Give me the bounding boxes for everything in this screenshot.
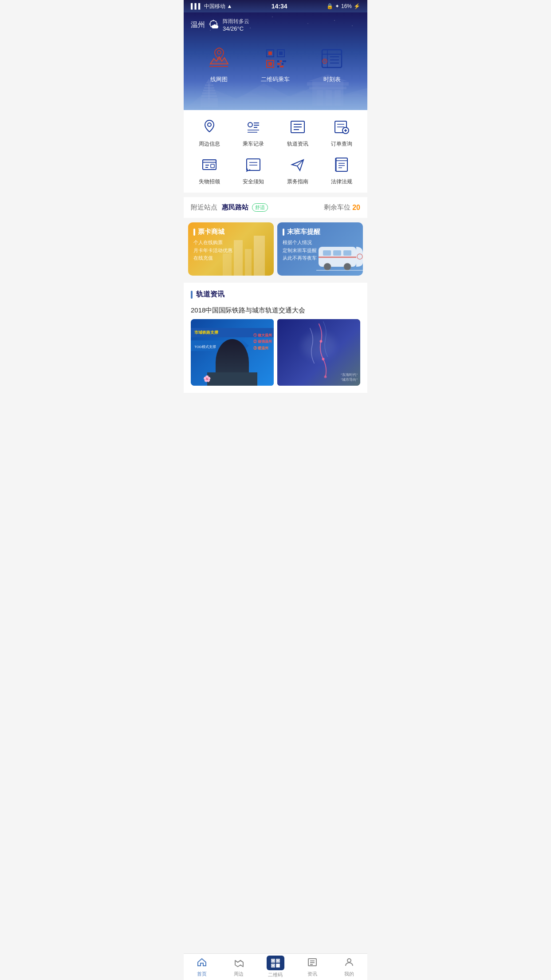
svg-rect-75 [323, 250, 331, 256]
nearby-prefix: 附近站点 [191, 203, 217, 212]
news-headline: 2018中国国际铁路与城市轨道交通大会 [191, 305, 360, 315]
svg-rect-22 [277, 60, 279, 62]
timetable-icon [316, 45, 347, 72]
svg-rect-25 [277, 63, 281, 65]
svg-point-39 [248, 122, 252, 127]
svg-rect-64 [336, 158, 347, 171]
grid-item-lost-found[interactable]: 失物招领 [187, 155, 232, 186]
status-left: ▌▌▌ 中国移动 ▲ [191, 3, 232, 10]
svg-rect-59 [211, 164, 214, 168]
nav-label-timetable: 时刻表 [323, 75, 341, 83]
news-icon [288, 117, 307, 137]
nav-label-qr-ride: 二维码乘车 [261, 75, 290, 83]
comfort-badge: 舒适 [252, 203, 268, 212]
news-image-right[interactable]: "东海时代" "城市导向" [277, 319, 360, 386]
carrier-name: 中国移动 [204, 3, 225, 10]
status-right: 🔒 ✦ 16% ⚡ [327, 3, 360, 9]
promo-content-train: 末班车提醒 根据个人情况 定制末班车提醒 从此不再等夜车 [283, 228, 320, 262]
svg-rect-71 [245, 249, 252, 276]
law-icon [332, 155, 351, 174]
section-title: 轨道资讯 [196, 290, 224, 299]
svg-rect-26 [282, 63, 283, 65]
svg-rect-23 [280, 60, 282, 62]
grid-item-track-news[interactable]: 轨道资讯 [276, 117, 320, 148]
map-icon [204, 45, 235, 72]
svg-rect-24 [283, 60, 286, 62]
grid-label-lost-found: 失物招领 [199, 178, 220, 186]
remaining-count: 20 [352, 204, 360, 212]
svg-rect-17 [268, 51, 272, 55]
status-bar: ▌▌▌ 中国移动 ▲ 14:34 🔒 ✦ 16% ⚡ [184, 0, 367, 12]
record-icon [244, 117, 263, 137]
svg-point-15 [217, 51, 221, 54]
ticket-icon [288, 155, 307, 174]
svg-rect-56 [203, 160, 216, 162]
grid-item-law-regulation[interactable]: 法律法规 [320, 155, 364, 186]
qr-ride-icon [260, 45, 291, 72]
signal-icon: ▌▌▌ [191, 3, 202, 9]
svg-rect-77 [343, 250, 351, 256]
wifi-icon: ▲ [227, 3, 232, 9]
grid-label-ticket-guide: 票务指南 [287, 178, 308, 186]
bluetooth-icon: ✦ [335, 3, 339, 9]
lost-icon [200, 155, 219, 174]
nav-item-line-map[interactable]: 线网图 [191, 45, 247, 83]
grid-label-order-query: 订单查询 [331, 140, 352, 148]
svg-rect-29 [322, 50, 342, 67]
svg-point-85 [324, 375, 327, 378]
grid-label-safety-notice: 安全须知 [243, 178, 264, 186]
svg-point-38 [208, 123, 211, 126]
news-image-left[interactable]: 市域铁路支撑 TOD模式支撑 🌸 ① 做大温州 ② 做强温州 [191, 319, 274, 386]
promo-desc-ticket: 个人在线购票 月卡年卡活动优惠 在线充值 [193, 239, 232, 262]
battery-icon: ⚡ [354, 3, 360, 9]
lock-icon: 🔒 [327, 3, 333, 9]
grid-item-ride-record[interactable]: 乘车记录 [232, 117, 276, 148]
battery-level: 16% [341, 3, 352, 9]
svg-rect-60 [247, 159, 260, 170]
grid-label-track-news: 轨道资讯 [287, 140, 308, 148]
nav-item-qr-ride[interactable]: 二维码乘车 [247, 45, 303, 83]
promo-bar-indicator [193, 229, 195, 236]
grid-label-law-regulation: 法律法规 [331, 178, 352, 186]
section-indicator [191, 291, 193, 299]
section-header: 轨道资讯 [191, 290, 360, 299]
svg-point-79 [344, 263, 351, 270]
grid-label-nearby-info: 周边信息 [199, 140, 220, 148]
svg-rect-81 [319, 257, 356, 258]
svg-rect-28 [280, 66, 283, 67]
status-time: 14:34 [272, 3, 287, 10]
promo-desc-train: 根据个人情况 定制末班车提醒 从此不再等夜车 [283, 239, 320, 262]
grid-label-ride-record: 乘车记录 [243, 140, 264, 148]
order-icon [332, 117, 351, 137]
svg-point-78 [324, 263, 331, 270]
svg-rect-27 [277, 66, 279, 67]
location-icon [200, 117, 219, 137]
promo-title-ticket: 票卡商城 [198, 228, 224, 236]
promo-bar-indicator-2 [283, 229, 284, 236]
news-section: 轨道资讯 2018中国国际铁路与城市轨道交通大会 市域铁路支撑 TOD模式支撑 [184, 283, 367, 393]
promo-card-last-train[interactable]: 末班车提醒 根据个人情况 定制末班车提醒 从此不再等夜车 [277, 222, 363, 276]
nearby-section: 附近站点 惠民路站 舒适 剩余车位 20 [184, 197, 367, 218]
svg-rect-70 [234, 240, 243, 276]
svg-rect-76 [333, 250, 341, 256]
remaining-label: 剩余车位 [324, 203, 350, 212]
nav-item-timetable[interactable]: 时刻表 [304, 45, 360, 83]
nav-label-line-map: 线网图 [210, 75, 228, 83]
svg-rect-72 [254, 236, 265, 276]
grid-item-ticket-guide[interactable]: 票务指南 [276, 155, 320, 186]
promo-card-ticket-mall[interactable]: 票卡商城 个人在线购票 月卡年卡活动优惠 在线充值 [188, 222, 274, 276]
promo-title-train: 末班车提醒 [287, 228, 320, 236]
svg-rect-21 [268, 62, 272, 66]
secondary-grid: 周边信息 乘车记录 [184, 110, 367, 193]
nearby-station-name: 惠民路站 [222, 203, 248, 212]
header-banner: 温州 🌤 阵雨转多云 34/26°C [184, 12, 367, 110]
promo-row: 票卡商城 个人在线购票 月卡年卡活动优惠 在线充值 [184, 222, 367, 276]
safety-icon [244, 155, 263, 174]
grid-item-safety-notice[interactable]: 安全须知 [232, 155, 276, 186]
news-images: 市域铁路支撑 TOD模式支撑 🌸 ① 做大温州 ② 做强温州 [191, 319, 360, 386]
promo-content-ticket: 票卡商城 个人在线购票 月卡年卡活动优惠 在线充值 [193, 228, 232, 262]
main-nav: 线网图 [184, 41, 367, 88]
grid-item-order-query[interactable]: 订单查询 [320, 117, 364, 148]
svg-rect-19 [279, 51, 283, 55]
grid-item-nearby-info[interactable]: 周边信息 [187, 117, 232, 148]
